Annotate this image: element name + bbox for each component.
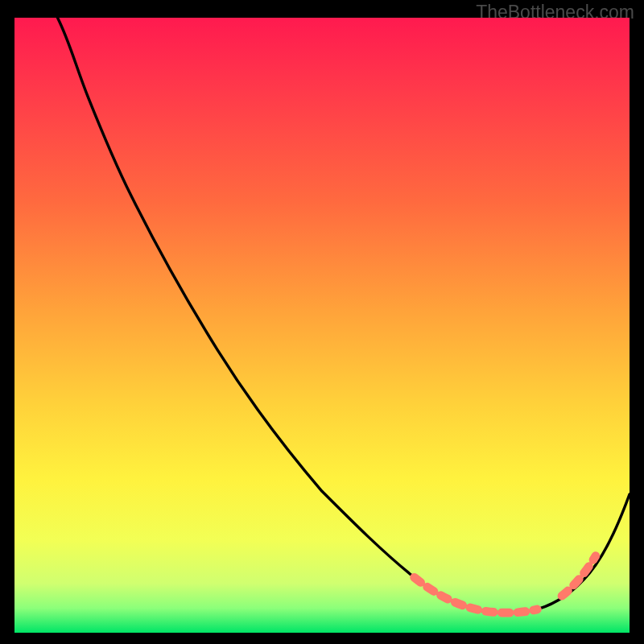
plot-area [14,18,630,633]
chart-frame: TheBottleneck.com [0,0,644,644]
heat-background [14,18,630,633]
